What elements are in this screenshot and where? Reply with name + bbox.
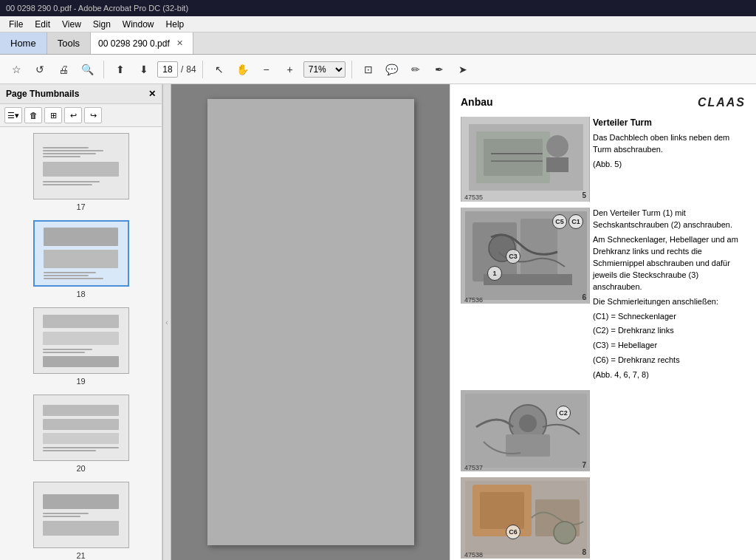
cursor-tool[interactable]: ↖ [209, 59, 230, 80]
figure-row-5: 47535 5 Verteiler Turm Das Dachblech obe… [461, 117, 746, 202]
verteiler-turm-para: Das Dachblech oben links neben dem Turm … [593, 132, 746, 156]
back-button[interactable]: ↺ [30, 59, 50, 80]
figure-8-image: 47538 C6 8 [461, 477, 590, 559]
tab-tools[interactable]: Tools [47, 33, 91, 54]
page-navigation: / 84 [157, 61, 196, 78]
figure-6-text: Den Verteiler Turm (1) mit Sechskantschr… [593, 208, 746, 384]
sidebar-close-button[interactable]: ✕ [148, 89, 156, 99]
menu-help[interactable]: Help [160, 18, 190, 31]
thumbnail-label-17: 17 [76, 202, 85, 211]
thumbnail-label-21: 21 [76, 551, 85, 560]
thumbnail-image-20 [33, 395, 129, 461]
svg-point-4 [546, 135, 568, 157]
verteiler-turm-ref: (Abb. 5) [593, 159, 746, 171]
figure-5-text: Verteiler Turm Das Dachblech oben links … [593, 117, 746, 174]
fig6-c6: (C6) = Drehkranz rechts [593, 355, 746, 366]
thumbnail-label-19: 19 [76, 377, 85, 386]
zoom-in-button[interactable]: + [280, 59, 300, 80]
pan-tool[interactable]: ✋ [233, 59, 253, 80]
toolbar: ☆ ↺ 🖨 🔍 ⬆ ⬇ / 84 ↖ ✋ − + 71% 50% 75% 100… [0, 55, 756, 84]
callout-1: 1 [487, 266, 502, 281]
nav-up-button[interactable]: ⬆ [110, 59, 131, 80]
thumbnail-label-18: 18 [76, 290, 85, 298]
menu-sign[interactable]: Sign [87, 18, 117, 31]
nav-down-button[interactable]: ⬇ [134, 59, 154, 80]
toolbar-separator-1 [103, 61, 104, 78]
svg-rect-5 [546, 157, 568, 172]
sidebar-toolbar: ☰▾ 🗑 ⊞ ↩ ↪ [0, 104, 162, 127]
sidebar-title: Page Thumbnails [6, 89, 79, 99]
doc-header: Anbau CLAAS [461, 96, 746, 109]
menu-view[interactable]: View [56, 18, 87, 31]
pdf-page [207, 99, 414, 545]
title-bar-text: 00 0298 290 0.pdf - Adobe Acrobat Pro DC… [6, 4, 188, 13]
figure-7-number: 7 [582, 461, 586, 469]
menu-window[interactable]: Window [117, 18, 160, 31]
page-separator: / [181, 64, 183, 75]
zoom-select[interactable]: 71% 50% 75% 100% 125% 150% [303, 61, 346, 78]
pdf-canvas [171, 84, 450, 560]
sidebar-grid-btn[interactable]: ⊞ [44, 107, 62, 123]
pdf-area: Anbau CLAAS [171, 84, 756, 560]
thumbnail-page-19[interactable]: 19 [33, 307, 129, 386]
find-button[interactable]: 🔍 [77, 59, 97, 80]
fig6-para3: Die Schmierleitungen anschließen: [593, 296, 746, 308]
figure-7-image: 47537 C2 7 [461, 390, 590, 471]
svg-text:47536: 47536 [464, 296, 483, 304]
fig6-ref: (Abb. 4, 6, 7, 8) [593, 369, 746, 381]
tab-close-button[interactable]: ✕ [174, 38, 185, 49]
doc-section-title: Anbau [461, 96, 493, 108]
callout-c1: C1 [568, 214, 583, 229]
figure-5-image: 47535 5 [461, 117, 590, 202]
fig6-c3: (C3) = Hebellager [593, 340, 746, 352]
svg-text:47538: 47538 [464, 551, 483, 559]
send-button[interactable]: ➤ [453, 59, 473, 80]
thumbnail-page-18[interactable]: 18 [33, 220, 129, 298]
sign-button[interactable]: ✒ [429, 59, 450, 80]
tab-document[interactable]: 00 0298 290 0.pdf ✕ [91, 33, 193, 54]
page-total: 84 [186, 64, 196, 75]
sidebar-header: Page Thumbnails ✕ [0, 84, 162, 104]
tab-home[interactable]: Home [0, 33, 47, 54]
menu-file[interactable]: File [3, 18, 29, 31]
thumbnail-image-19 [33, 307, 129, 374]
figure-row-6: 47536 C5 C1 C3 1 6 Den Verteiler Turm (1… [461, 208, 746, 384]
thumbnail-page-21[interactable]: 21 [33, 482, 129, 560]
sidebar-redo-btn[interactable]: ↪ [84, 107, 102, 123]
bookmark-button[interactable]: ☆ [6, 59, 27, 80]
sidebar-menu-btn[interactable]: ☰▾ [4, 107, 22, 123]
callout-c5: C5 [552, 214, 567, 229]
print-button[interactable]: 🖨 [53, 59, 74, 80]
svg-text:47535: 47535 [464, 194, 483, 201]
fig6-para1: Den Verteiler Turm (1) mit Sechskantschr… [593, 208, 746, 231]
fit-page-button[interactable]: ⊡ [358, 59, 379, 80]
toolbar-separator-2 [202, 61, 203, 78]
thumbnails-area[interactable]: 17 18 [0, 127, 162, 560]
figure-5: 47535 5 [461, 117, 590, 202]
svg-rect-3 [484, 139, 543, 176]
fig6-para2: Am Schneckenlager, Hebellager und am Dre… [593, 234, 746, 293]
menu-bar: File Edit View Sign Window Help [0, 16, 756, 33]
page-number-input[interactable] [157, 61, 178, 78]
main-area: Page Thumbnails ✕ ☰▾ 🗑 ⊞ ↩ ↪ [0, 84, 756, 560]
annot-button[interactable]: ✏ [405, 59, 426, 80]
figure-8-number: 8 [582, 548, 586, 556]
svg-point-19 [519, 414, 537, 432]
zoom-out-button[interactable]: − [256, 59, 277, 80]
svg-text:47537: 47537 [464, 464, 483, 471]
svg-rect-25 [480, 492, 524, 529]
verteiler-turm-subtitle: Verteiler Turm [593, 117, 746, 129]
resize-handle[interactable]: ‹ [162, 84, 171, 560]
figure-row-7: 47537 C2 7 [461, 390, 746, 471]
figure-7: 47537 C2 7 [461, 390, 590, 471]
callout-c3: C3 [506, 249, 520, 264]
thumbnail-page-20[interactable]: 20 [33, 395, 129, 473]
sidebar-delete-btn[interactable]: 🗑 [24, 107, 42, 123]
sidebar-undo-btn[interactable]: ↩ [64, 107, 82, 123]
title-bar: 00 0298 290 0.pdf - Adobe Acrobat Pro DC… [0, 0, 756, 16]
menu-edit[interactable]: Edit [29, 18, 56, 31]
thumbnail-page-17[interactable]: 17 [33, 133, 129, 211]
comment-button[interactable]: 💬 [382, 59, 402, 80]
thumbnail-image-17 [33, 133, 129, 199]
doc-content[interactable]: Anbau CLAAS [450, 84, 756, 560]
